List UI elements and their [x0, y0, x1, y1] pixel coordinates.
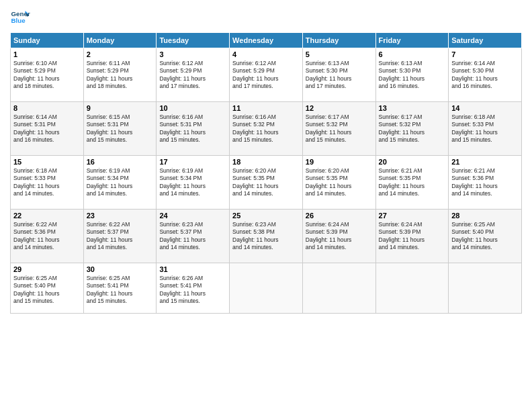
weekday-header: Thursday: [302, 33, 375, 48]
svg-text:Blue: Blue: [11, 17, 26, 24]
day-info: Sunrise: 6:25 AM Sunset: 5:40 PM Dayligh…: [451, 221, 519, 252]
calendar-cell: 6Sunrise: 6:13 AM Sunset: 5:30 PM Daylig…: [375, 48, 449, 102]
logo-icon: General Blue: [10, 7, 30, 27]
logo: General Blue: [10, 7, 30, 27]
day-info: Sunrise: 6:18 AM Sunset: 5:33 PM Dayligh…: [451, 113, 519, 144]
calendar-cell: 11Sunrise: 6:16 AM Sunset: 5:32 PM Dayli…: [230, 102, 303, 156]
calendar-cell: 26Sunrise: 6:24 AM Sunset: 5:39 PM Dayli…: [302, 210, 375, 263]
calendar-cell: 30Sunrise: 6:25 AM Sunset: 5:41 PM Dayli…: [83, 263, 157, 314]
day-number: 9: [87, 104, 154, 112]
day-number: 3: [159, 50, 226, 58]
day-number: 14: [451, 104, 519, 112]
calendar-cell: 16Sunrise: 6:19 AM Sunset: 5:34 PM Dayli…: [83, 156, 157, 210]
calendar-cell: 21Sunrise: 6:21 AM Sunset: 5:36 PM Dayli…: [449, 156, 522, 210]
day-info: Sunrise: 6:25 AM Sunset: 5:41 PM Dayligh…: [87, 275, 154, 306]
day-number: 8: [13, 104, 81, 112]
calendar-cell: 22Sunrise: 6:22 AM Sunset: 5:36 PM Dayli…: [11, 210, 84, 263]
day-number: 11: [232, 104, 300, 112]
calendar-cell: 14Sunrise: 6:18 AM Sunset: 5:33 PM Dayli…: [449, 102, 522, 156]
day-number: 30: [87, 265, 154, 273]
weekday-header: Friday: [375, 33, 449, 48]
day-number: 6: [379, 50, 446, 58]
weekday-header: Wednesday: [230, 33, 303, 48]
header-row: SundayMondayTuesdayWednesdayThursdayFrid…: [11, 33, 522, 48]
day-number: 16: [87, 158, 154, 166]
day-number: 12: [306, 104, 373, 112]
day-number: 5: [306, 50, 373, 58]
calendar-cell: 10Sunrise: 6:16 AM Sunset: 5:31 PM Dayli…: [157, 102, 230, 156]
calendar-cell: 1Sunrise: 6:10 AM Sunset: 5:29 PM Daylig…: [11, 48, 84, 102]
calendar-cell: 27Sunrise: 6:24 AM Sunset: 5:39 PM Dayli…: [375, 210, 449, 263]
calendar-cell: [449, 263, 522, 314]
day-info: Sunrise: 6:19 AM Sunset: 5:34 PM Dayligh…: [87, 167, 154, 198]
calendar-cell: 23Sunrise: 6:22 AM Sunset: 5:37 PM Dayli…: [83, 210, 157, 263]
calendar-cell: 29Sunrise: 6:25 AM Sunset: 5:40 PM Dayli…: [11, 263, 84, 314]
day-info: Sunrise: 6:25 AM Sunset: 5:40 PM Dayligh…: [13, 275, 81, 306]
day-number: 2: [87, 50, 154, 58]
day-number: 29: [13, 265, 81, 273]
day-info: Sunrise: 6:19 AM Sunset: 5:34 PM Dayligh…: [159, 167, 226, 198]
day-info: Sunrise: 6:15 AM Sunset: 5:31 PM Dayligh…: [87, 113, 154, 144]
calendar-cell: 20Sunrise: 6:21 AM Sunset: 5:35 PM Dayli…: [375, 156, 449, 210]
calendar-cell: 15Sunrise: 6:18 AM Sunset: 5:33 PM Dayli…: [11, 156, 84, 210]
calendar-week-row: 15Sunrise: 6:18 AM Sunset: 5:33 PM Dayli…: [11, 156, 522, 210]
day-info: Sunrise: 6:14 AM Sunset: 5:31 PM Dayligh…: [13, 113, 81, 144]
calendar-cell: [375, 263, 449, 314]
calendar-week-row: 22Sunrise: 6:22 AM Sunset: 5:36 PM Dayli…: [11, 210, 522, 263]
calendar-cell: 3Sunrise: 6:12 AM Sunset: 5:29 PM Daylig…: [157, 48, 230, 102]
calendar-cell: 4Sunrise: 6:12 AM Sunset: 5:29 PM Daylig…: [230, 48, 303, 102]
day-info: Sunrise: 6:24 AM Sunset: 5:39 PM Dayligh…: [379, 221, 446, 252]
day-info: Sunrise: 6:22 AM Sunset: 5:37 PM Dayligh…: [87, 221, 154, 252]
day-info: Sunrise: 6:14 AM Sunset: 5:30 PM Dayligh…: [451, 60, 519, 91]
calendar-table: SundayMondayTuesdayWednesdayThursdayFrid…: [10, 32, 522, 314]
day-number: 1: [13, 50, 81, 58]
calendar-cell: 18Sunrise: 6:20 AM Sunset: 5:35 PM Dayli…: [230, 156, 303, 210]
day-info: Sunrise: 6:23 AM Sunset: 5:37 PM Dayligh…: [159, 221, 226, 252]
day-number: 26: [306, 212, 373, 220]
day-number: 18: [232, 158, 300, 166]
calendar-cell: 12Sunrise: 6:17 AM Sunset: 5:32 PM Dayli…: [302, 102, 375, 156]
day-number: 13: [379, 104, 446, 112]
day-number: 28: [451, 212, 519, 220]
calendar-cell: 13Sunrise: 6:17 AM Sunset: 5:32 PM Dayli…: [375, 102, 449, 156]
weekday-header: Tuesday: [157, 33, 230, 48]
day-info: Sunrise: 6:17 AM Sunset: 5:32 PM Dayligh…: [306, 113, 373, 144]
calendar-week-row: 8Sunrise: 6:14 AM Sunset: 5:31 PM Daylig…: [11, 102, 522, 156]
day-info: Sunrise: 6:12 AM Sunset: 5:29 PM Dayligh…: [232, 60, 300, 91]
day-number: 15: [13, 158, 81, 166]
calendar-cell: 19Sunrise: 6:20 AM Sunset: 5:35 PM Dayli…: [302, 156, 375, 210]
day-info: Sunrise: 6:21 AM Sunset: 5:35 PM Dayligh…: [379, 167, 446, 198]
day-number: 21: [451, 158, 519, 166]
calendar-week-row: 29Sunrise: 6:25 AM Sunset: 5:40 PM Dayli…: [11, 263, 522, 314]
day-number: 25: [232, 212, 300, 220]
day-number: 27: [379, 212, 446, 220]
day-info: Sunrise: 6:20 AM Sunset: 5:35 PM Dayligh…: [306, 167, 373, 198]
calendar-cell: 7Sunrise: 6:14 AM Sunset: 5:30 PM Daylig…: [449, 48, 522, 102]
day-number: 24: [159, 212, 226, 220]
day-info: Sunrise: 6:22 AM Sunset: 5:36 PM Dayligh…: [13, 221, 81, 252]
day-number: 7: [451, 50, 519, 58]
day-info: Sunrise: 6:24 AM Sunset: 5:39 PM Dayligh…: [306, 221, 373, 252]
calendar-cell: 25Sunrise: 6:23 AM Sunset: 5:38 PM Dayli…: [230, 210, 303, 263]
calendar-cell: 8Sunrise: 6:14 AM Sunset: 5:31 PM Daylig…: [11, 102, 84, 156]
calendar-cell: 5Sunrise: 6:13 AM Sunset: 5:30 PM Daylig…: [302, 48, 375, 102]
day-number: 10: [159, 104, 226, 112]
calendar-cell: [302, 263, 375, 314]
day-info: Sunrise: 6:16 AM Sunset: 5:31 PM Dayligh…: [159, 113, 226, 144]
day-number: 17: [159, 158, 226, 166]
day-info: Sunrise: 6:23 AM Sunset: 5:38 PM Dayligh…: [232, 221, 300, 252]
day-info: Sunrise: 6:17 AM Sunset: 5:32 PM Dayligh…: [379, 113, 446, 144]
day-number: 31: [159, 265, 226, 273]
day-number: 20: [379, 158, 446, 166]
day-info: Sunrise: 6:11 AM Sunset: 5:29 PM Dayligh…: [87, 60, 154, 91]
calendar-cell: 9Sunrise: 6:15 AM Sunset: 5:31 PM Daylig…: [83, 102, 157, 156]
day-number: 19: [306, 158, 373, 166]
day-info: Sunrise: 6:20 AM Sunset: 5:35 PM Dayligh…: [232, 167, 300, 198]
calendar-cell: [230, 263, 303, 314]
weekday-header: Monday: [83, 33, 157, 48]
day-info: Sunrise: 6:13 AM Sunset: 5:30 PM Dayligh…: [379, 60, 446, 91]
calendar-cell: 28Sunrise: 6:25 AM Sunset: 5:40 PM Dayli…: [449, 210, 522, 263]
day-info: Sunrise: 6:10 AM Sunset: 5:29 PM Dayligh…: [13, 60, 81, 91]
day-info: Sunrise: 6:18 AM Sunset: 5:33 PM Dayligh…: [13, 167, 81, 198]
day-number: 4: [232, 50, 300, 58]
